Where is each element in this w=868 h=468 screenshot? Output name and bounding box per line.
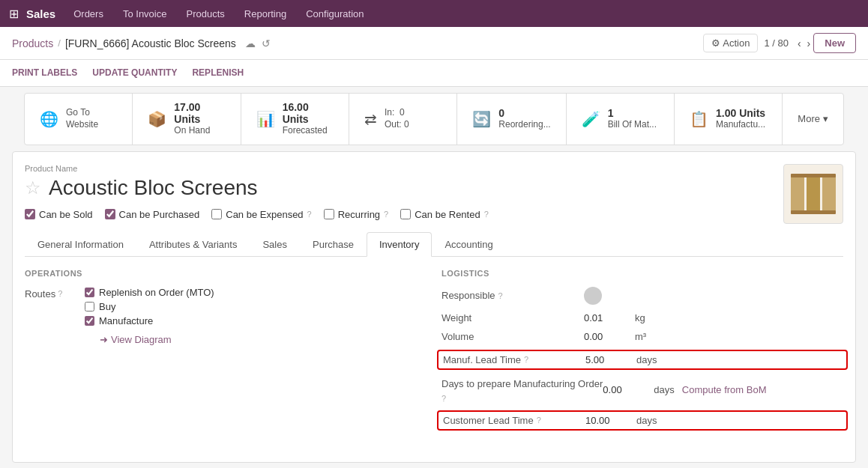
can-be-expensed-checkbox[interactable]: Can be Expensed ? (211, 209, 311, 220)
product-header: Product Name ☆ Acoustic Bloc Screens Can… (25, 164, 843, 229)
route-mto[interactable]: Replenish on Order (MTO) (85, 287, 214, 298)
tab-purchase[interactable]: Purchase (300, 232, 367, 257)
update-quantity-button[interactable]: UPDATE QUANTITY (92, 61, 177, 85)
expensed-help-icon[interactable]: ? (307, 210, 312, 219)
tab-sales[interactable]: Sales (250, 232, 300, 257)
breadcrumb-actions: ☁ ↺ (245, 37, 271, 49)
breadcrumb-parent[interactable]: Products (12, 37, 53, 49)
recurring-checkbox[interactable]: Recurring ? (324, 209, 388, 220)
tab-inventory[interactable]: Inventory (367, 232, 432, 257)
route-buy[interactable]: Buy (85, 301, 214, 312)
can-be-purchased-checkbox[interactable]: Can be Purchased (105, 209, 200, 220)
reordering-label: Reordering... (498, 119, 550, 131)
days-prepare-value[interactable]: 0.00 (603, 384, 648, 395)
view-diagram-link[interactable]: ➜ View Diagram (100, 334, 214, 345)
logistics-section: LOGISTICS Responsible ? Weight 0.01 kg (441, 269, 843, 438)
can-be-rented-checkbox[interactable]: Can be Rented ? (400, 209, 489, 220)
forecasted-icon: 📊 (256, 110, 275, 128)
more-button[interactable]: More ▾ (783, 94, 843, 145)
manufacture-label: Manufactu... (716, 119, 765, 131)
stat-manufacture[interactable]: 📋 1.00 Units Manufactu... (675, 94, 783, 145)
favorite-star-icon[interactable]: ☆ (25, 177, 41, 198)
operations-section-title: OPERATIONS (25, 269, 427, 278)
bom-label: Bill Of Mat... (608, 119, 657, 131)
logistics-manuf-lead-time-row: Manuf. Lead Time ? 5.00 days (437, 350, 848, 370)
reordering-icon: 🔄 (472, 110, 491, 128)
in-out-label: In: 0Out: 0 (385, 107, 409, 130)
route-manufacture[interactable]: Manufacture (85, 315, 214, 326)
logistics-weight-row: Weight 0.01 kg (441, 312, 843, 323)
replenish-button[interactable]: REPLENISH (192, 61, 244, 85)
responsible-label: Responsible ? (441, 290, 584, 301)
stat-on-hand[interactable]: 📦 17.00 Units On Hand (133, 94, 241, 145)
top-navigation: ⊞ Sales Orders To Invoice Products Repor… (0, 0, 868, 27)
route-buy-label: Buy (99, 301, 115, 312)
prev-page-arrow[interactable]: ‹ (795, 37, 804, 49)
days-prepare-unit: days (654, 384, 674, 395)
stat-reordering[interactable]: 🔄 0 Reordering... (457, 94, 566, 145)
go-to-website-label: Go ToWebsite (66, 107, 98, 130)
weight-label: Weight (441, 312, 584, 323)
can-be-sold-label: Can be Sold (39, 209, 93, 220)
tab-general-information[interactable]: General Information (25, 232, 136, 257)
stat-go-to-website[interactable]: 🌐 Go ToWebsite (25, 94, 133, 145)
nav-orders[interactable]: Orders (70, 8, 106, 19)
can-be-sold-checkbox[interactable]: Can be Sold (25, 209, 93, 220)
tab-attributes-variants[interactable]: Attributes & Variants (136, 232, 250, 257)
bom-icon: 🧪 (582, 110, 600, 128)
stats-bar: 🌐 Go ToWebsite 📦 17.00 Units On Hand 📊 1… (24, 93, 844, 145)
days-prepare-label: Days to prepare Manufacturing Order ? (441, 377, 603, 403)
can-be-purchased-label: Can be Purchased (119, 209, 200, 220)
logistics-responsible-row: Responsible ? (441, 287, 843, 305)
days-prepare-help-icon[interactable]: ? (441, 394, 446, 403)
routes-help-icon[interactable]: ? (58, 289, 62, 298)
on-hand-value: 17.00 Units (174, 101, 225, 125)
bom-value: 1 (608, 107, 657, 119)
route-mto-label: Replenish on Order (MTO) (99, 287, 214, 298)
manuf-lead-time-help-icon[interactable]: ? (524, 355, 528, 364)
volume-value[interactable]: 0.00 (584, 331, 629, 342)
customer-lead-time-help-icon[interactable]: ? (537, 416, 541, 425)
print-labels-button[interactable]: PRINT LABELS (12, 61, 77, 85)
nav-to-invoice[interactable]: To Invoice (120, 8, 170, 19)
product-thumbnail[interactable] (783, 164, 843, 224)
recurring-help-icon[interactable]: ? (384, 210, 388, 219)
recurring-label: Recurring (338, 209, 380, 220)
refresh-icon[interactable]: ↺ (262, 37, 271, 49)
stat-bom[interactable]: 🧪 1 Bill Of Mat... (567, 94, 675, 145)
cloud-icon[interactable]: ☁ (245, 37, 256, 49)
reordering-value: 0 (498, 107, 550, 119)
responsible-help-icon[interactable]: ? (498, 291, 503, 300)
app-name[interactable]: Sales (26, 7, 55, 20)
product-form: Product Name ☆ Acoustic Bloc Screens Can… (12, 151, 856, 463)
stat-in-out[interactable]: ⇄ In: 0Out: 0 (349, 94, 457, 145)
logistics-section-title: LOGISTICS (441, 269, 843, 278)
manuf-lead-time-value[interactable]: 5.00 (585, 354, 630, 365)
weight-unit: kg (635, 312, 645, 323)
more-label: More (798, 113, 820, 124)
next-page-arrow[interactable]: › (804, 37, 814, 49)
routes-list: Replenish on Order (MTO) Buy Manufacture… (85, 287, 214, 345)
responsible-avatar[interactable] (584, 287, 602, 305)
compute-from-bom-link[interactable]: Compute from BoM (682, 384, 767, 395)
customer-lead-time-value[interactable]: 10.00 (585, 415, 630, 426)
website-icon: 🌐 (40, 110, 58, 128)
nav-configuration[interactable]: Configuration (303, 8, 367, 19)
nav-products[interactable]: Products (183, 8, 227, 19)
rented-help-icon[interactable]: ? (484, 210, 489, 219)
operations-section: OPERATIONS Routes ? Replenish on Order (… (25, 269, 427, 438)
breadcrumb-bar: Products / [FURN_6666] Acoustic Bloc Scr… (0, 27, 868, 60)
stats-bar-wrapper: 🌐 Go ToWebsite 📦 17.00 Units On Hand 📊 1… (12, 93, 856, 145)
new-button[interactable]: New (813, 33, 856, 53)
weight-value[interactable]: 0.01 (584, 312, 629, 323)
action-button[interactable]: ⚙ Action (703, 34, 758, 52)
on-hand-label: On Hand (174, 125, 225, 137)
product-title: Acoustic Bloc Screens (49, 176, 258, 200)
sub-toolbar: PRINT LABELS UPDATE QUANTITY REPLENISH (0, 60, 868, 87)
view-diagram-arrow-icon: ➜ (100, 334, 108, 345)
routes-label: Routes ? (25, 287, 85, 300)
tab-accounting[interactable]: Accounting (432, 232, 505, 257)
stat-forecasted[interactable]: 📊 16.00 Units Forecasted (241, 94, 349, 145)
app-grid-icon[interactable]: ⊞ (9, 7, 19, 21)
nav-reporting[interactable]: Reporting (241, 8, 289, 19)
